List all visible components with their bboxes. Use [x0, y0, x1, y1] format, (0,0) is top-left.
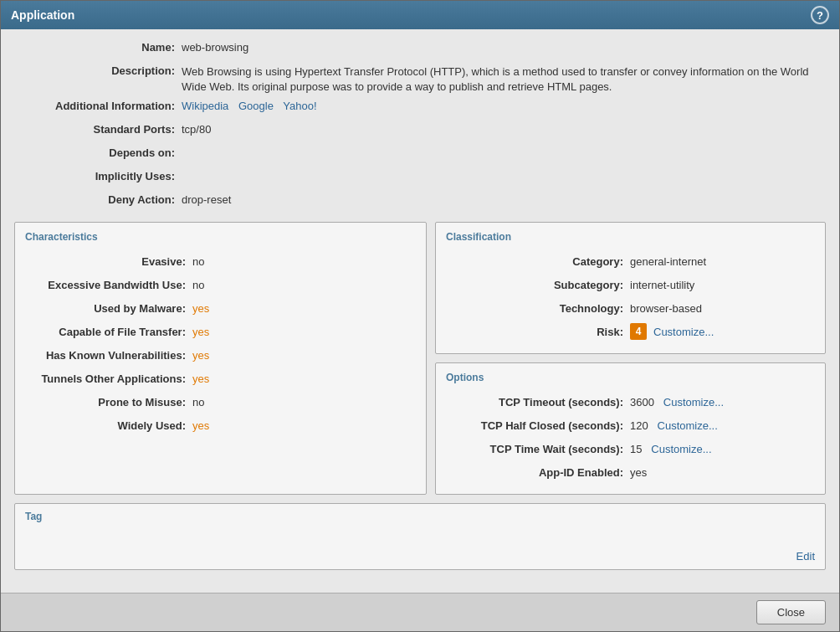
tcp-timeout-row: TCP Timeout (seconds): 3600 Customize...	[446, 392, 815, 412]
characteristic-label: Excessive Bandwidth Use:	[25, 279, 192, 291]
characteristic-row: Widely Used:yes	[25, 415, 416, 435]
options-title: Options	[446, 372, 815, 383]
characteristic-row: Excessive Bandwidth Use:no	[25, 275, 416, 295]
name-row: Name: web-browsing	[14, 39, 826, 59]
content-area: Name: web-browsing Description: Web Brow…	[1, 29, 839, 593]
characteristic-label: Prone to Misuse:	[25, 396, 192, 408]
deny-action-row: Deny Action: drop-reset	[14, 192, 826, 212]
close-button[interactable]: Close	[756, 600, 826, 624]
characteristic-row: Used by Malware:yes	[25, 298, 416, 318]
characteristic-row: Prone to Misuse:no	[25, 392, 416, 412]
characteristic-label: Evasive:	[25, 255, 192, 268]
characteristic-value: yes	[192, 349, 209, 362]
risk-value: 4 Customize...	[630, 323, 714, 340]
app-id-label: App-ID Enabled:	[446, 466, 630, 479]
implicitly-uses-row: Implicitly Uses:	[14, 168, 826, 188]
technology-row: Technology: browser-based	[446, 298, 815, 318]
risk-row: Risk: 4 Customize...	[446, 321, 815, 342]
risk-label: Risk:	[446, 326, 630, 338]
category-label: Category:	[446, 255, 630, 268]
options-panel: Options TCP Timeout (seconds): 3600 Cust…	[435, 362, 826, 495]
tcp-half-closed-customize-link[interactable]: Customize...	[658, 419, 718, 432]
characteristic-value: yes	[192, 302, 209, 315]
classification-title: Classification	[446, 231, 815, 243]
yahoo-link[interactable]: Yahoo!	[283, 100, 316, 112]
standard-ports-value: tcp/80	[182, 121, 826, 136]
characteristic-row: Has Known Vulnerabilities:yes	[25, 345, 416, 365]
app-id-row: App-ID Enabled: yes	[446, 462, 815, 482]
characteristic-value: no	[192, 255, 204, 268]
tag-title: Tag	[25, 511, 815, 522]
right-column: Classification Category: general-interne…	[435, 222, 826, 495]
depends-on-row: Depends on:	[14, 145, 826, 165]
additional-info-label: Additional Information:	[14, 98, 182, 112]
tcp-time-wait-row: TCP Time Wait (seconds): 15 Customize...	[446, 439, 815, 459]
standard-ports-label: Standard Ports:	[14, 121, 182, 136]
characteristic-value: yes	[192, 373, 209, 385]
additional-info-row: Additional Information: Wikipedia Google…	[14, 98, 826, 118]
characteristic-label: Used by Malware:	[25, 302, 192, 315]
title-bar: Application ?	[1, 1, 839, 29]
subcategory-row: Subcategory: internet-utility	[446, 275, 815, 295]
app-id-value: yes	[630, 466, 647, 479]
application-dialog: Application ? Name: web-browsing Descrip…	[0, 0, 840, 632]
footer: Close	[1, 593, 839, 631]
tcp-half-closed-label: TCP Half Closed (seconds):	[446, 419, 630, 432]
depends-on-label: Depends on:	[14, 145, 182, 159]
wikipedia-link[interactable]: Wikipedia	[182, 100, 228, 112]
tcp-timeout-customize-link[interactable]: Customize...	[663, 396, 724, 408]
characteristic-label: Capable of File Transfer:	[25, 326, 192, 338]
tcp-time-wait-customize-link[interactable]: Customize...	[651, 443, 711, 455]
characteristic-value: no	[192, 279, 204, 291]
subcategory-value: internet-utility	[630, 279, 694, 291]
classification-panel: Classification Category: general-interne…	[435, 222, 826, 354]
description-row: Description: Web Browsing is using Hyper…	[14, 63, 826, 95]
characteristic-row: Evasive:no	[25, 251, 416, 271]
deny-action-value: drop-reset	[182, 192, 826, 206]
info-table: Name: web-browsing Description: Web Brow…	[14, 39, 826, 212]
category-row: Category: general-internet	[446, 251, 815, 271]
dialog-title: Application	[11, 8, 74, 22]
tcp-timeout-value: 3600 Customize...	[630, 396, 724, 408]
implicitly-uses-label: Implicitly Uses:	[14, 168, 182, 182]
description-value: Web Browsing is using Hypertext Transfer…	[182, 63, 826, 95]
tcp-timeout-label: TCP Timeout (seconds):	[446, 396, 630, 408]
tcp-half-closed-row: TCP Half Closed (seconds): 120 Customize…	[446, 415, 815, 435]
panels-row: Characteristics Evasive:noExcessive Band…	[14, 222, 826, 495]
risk-badge: 4	[630, 323, 647, 340]
risk-customize-link[interactable]: Customize...	[653, 326, 714, 338]
deny-action-label: Deny Action:	[14, 192, 182, 206]
tcp-time-wait-label: TCP Time Wait (seconds):	[446, 443, 630, 455]
tag-panel: Tag Edit	[14, 503, 826, 570]
characteristic-row: Tunnels Other Applications:yes	[25, 368, 416, 388]
characteristic-value: no	[192, 396, 204, 408]
subcategory-label: Subcategory:	[446, 279, 630, 291]
characteristics-panel: Characteristics Evasive:noExcessive Band…	[14, 222, 427, 495]
characteristic-label: Widely Used:	[25, 419, 192, 432]
name-value: web-browsing	[182, 39, 826, 54]
tcp-half-closed-value: 120 Customize...	[630, 419, 718, 432]
characteristic-label: Has Known Vulnerabilities:	[25, 349, 192, 362]
characteristic-value: yes	[192, 326, 209, 338]
category-value: general-internet	[630, 255, 706, 268]
name-label: Name:	[14, 39, 182, 54]
description-label: Description:	[14, 63, 182, 77]
characteristics-title: Characteristics	[25, 231, 416, 243]
characteristic-value: yes	[192, 419, 209, 432]
characteristics-rows: Evasive:noExcessive Bandwidth Use:noUsed…	[25, 251, 416, 435]
standard-ports-row: Standard Ports: tcp/80	[14, 121, 826, 141]
help-icon[interactable]: ?	[811, 6, 829, 24]
characteristic-row: Capable of File Transfer:yes	[25, 321, 416, 342]
tcp-time-wait-value: 15 Customize...	[630, 443, 712, 455]
technology-label: Technology:	[446, 302, 630, 315]
implicitly-uses-value	[182, 168, 826, 170]
depends-on-value	[182, 145, 826, 146]
tag-edit-link[interactable]: Edit	[796, 550, 815, 563]
additional-info-links: Wikipedia Google Yahoo!	[182, 98, 826, 112]
technology-value: browser-based	[630, 302, 702, 315]
google-link[interactable]: Google	[238, 100, 274, 112]
characteristic-label: Tunnels Other Applications:	[25, 373, 192, 385]
